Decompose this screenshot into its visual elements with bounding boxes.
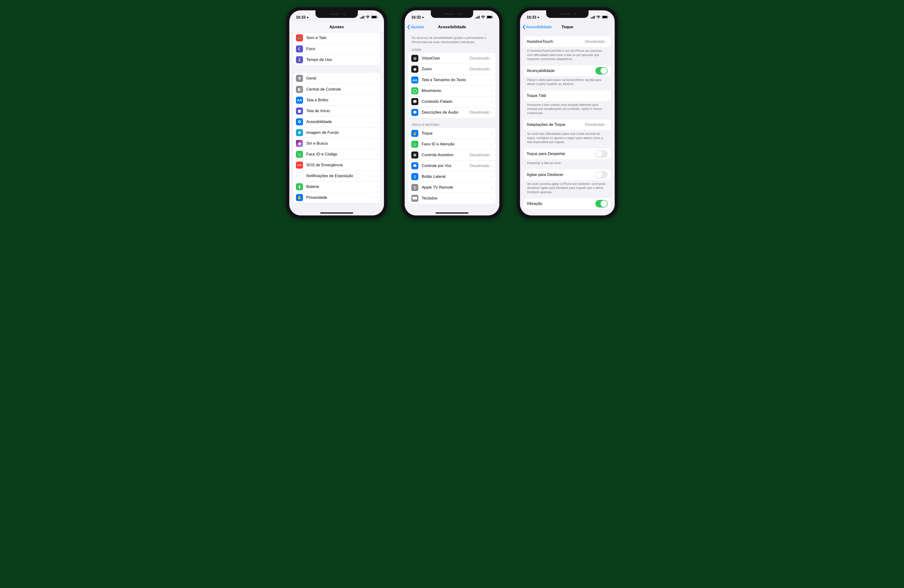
back-button[interactable]: Acessibilidade [522,25,552,29]
status-time: 16:33 [296,15,305,19]
back-button[interactable]: Ajustes [407,25,424,29]
chevron-right-icon: › [491,56,492,61]
phone-accessibility: 16:33 ➤ Ajustes Acessibilidade Os recurs… [401,7,503,219]
chevron-right-icon: › [376,163,377,167]
row-voiceover[interactable]: ◎VoiceOverDesativado› [408,53,496,64]
row-label: Controle por Voz [422,164,469,168]
row-central-de-controle[interactable]: ◧Central de Controle› [293,84,380,95]
row-controle-por-voz[interactable]: 💬Controle por VozDesativado› [408,161,496,171]
row-zoom[interactable]: ◉ZoomDesativado› [408,64,496,74]
chevron-right-icon: › [491,142,492,147]
row-tela-de-in-cio[interactable]: ▦Tela de Início› [293,106,380,116]
chevron-right-icon: › [376,47,377,51]
row-face-id-e-aten-o[interactable]: ☺Face ID e Atenção› [408,139,496,150]
row-touch-accommodations[interactable]: Adaptações de Toque Desativado › [524,119,611,130]
tapwake-toggle[interactable] [595,150,608,158]
row-siri-e-busca[interactable]: ◉Siri e Busca› [293,138,380,149]
row-movimento[interactable]: ◯Movimento› [408,85,496,96]
row-foco[interactable]: ☾Foco› [293,43,380,54]
row-imagem-de-fundo[interactable]: ❀Imagem de Fundo› [293,127,380,138]
vibration-toggle[interactable] [595,200,608,207]
row-label: Notificações de Exposição [306,173,376,178]
chevron-left-icon [522,25,525,29]
row-label: Descrições de Áudio [422,110,469,115]
row-assistivetouch[interactable]: AssistiveTouch Desativado › [524,36,611,47]
shake-toggle[interactable] [595,171,608,178]
row-label: Tela e Tamanho do Texto [422,77,491,82]
chevron-right-icon: › [491,174,492,179]
svg-rect-5 [372,16,376,18]
chevron-right-icon: › [376,184,377,189]
sidebutton-icon: ▯ [411,173,418,180]
notch [431,10,473,18]
reachability-label: Alcançabilidade [526,68,595,73]
row-bot-o-lateral[interactable]: ▯Botão Lateral› [408,171,496,182]
focus-icon: ☾ [296,46,303,52]
row-som-e-tato[interactable]: 🔊Som e Tato› [293,33,380,43]
row-geral[interactable]: ⚙Geral› [293,73,380,84]
row-tela-e-brilho[interactable]: AATela e Brilho› [293,95,380,106]
back-label: Acessibilidade [526,25,552,29]
row-label: Zoom [422,67,469,71]
display-icon: AA [296,97,303,104]
row-notifica-es-de-exposi-o[interactable]: ❂Notificações de Exposição› [293,170,380,181]
row-toque[interactable]: ☝Toque› [408,128,496,139]
row-descri-es-de-udio[interactable]: 💬Descrições de ÁudioDesativado› [408,107,496,118]
phone-touch: 16:33 ➤ Acessibilidade Toque AssistiveTo… [517,7,618,219]
page-title: Toque [561,25,573,29]
row-shake-undo[interactable]: Agitar para Desfazer [524,169,611,180]
home-indicator[interactable] [320,212,353,214]
row-sos-de-emerg-ncia[interactable]: SOSSOS de Emergência› [293,159,380,170]
shake-label: Agitar para Desfazer [526,172,595,177]
status-time: 16:33 [411,15,421,19]
row-bateria[interactable]: ▮Bateria› [293,181,380,192]
row-value: Desativado [469,110,490,115]
location-icon: ➤ [422,16,424,19]
row-tela-e-tamanho-do-texto[interactable]: AATela e Tamanho do Texto› [408,74,496,85]
wifi-icon [596,15,601,19]
row-value: Desativado [469,67,490,71]
assistivetouch-label: AssistiveTouch [526,39,585,44]
svg-rect-0 [360,17,361,19]
back-label: Ajustes [411,25,424,29]
privacy-icon: ✋ [296,194,303,201]
row-apple-tv-remote[interactable]: ▯Apple TV Remote› [408,182,496,193]
row-teclados[interactable]: ⌨Teclados› [408,193,496,204]
shake-footer: Se você costuma agitar o iPhone por acid… [524,180,611,195]
home-indicator[interactable] [436,212,468,214]
atvremote-icon: ▯ [411,184,418,191]
row-acessibilidade[interactable]: ✪Acessibilidade› [293,116,380,127]
wifi-icon [481,15,485,19]
accessibility-icon: ✪ [296,118,303,125]
row-tempo-de-uso[interactable]: ⌛Tempo de Uso› [293,54,380,65]
signal-icon [360,15,364,19]
row-conte-do-falado[interactable]: 💬Conteúdo Falado› [408,96,496,107]
tapwake-footer: Despertar a tela ao tocar. [524,159,611,166]
row-controle-assistivo[interactable]: ⊞Controle AssistivoDesativado› [408,150,496,161]
accom-label: Adaptações de Toque [526,122,585,127]
row-reachability[interactable]: Alcançabilidade [524,65,611,76]
row-label: Geral [306,76,376,81]
homescreen-icon: ▦ [296,107,303,115]
row-haptic-touch[interactable]: Toque Tátil › [524,90,611,101]
row-face-id-e-c-digo[interactable]: ☺Face ID e Código› [293,149,380,159]
reachability-toggle[interactable] [595,67,608,74]
row-vibration[interactable]: Vibração [524,198,611,209]
battery-icon: ▮ [296,183,303,190]
row-label: Conteúdo Falado [422,99,491,104]
chevron-right-icon: › [491,110,492,115]
svg-rect-7 [475,17,476,19]
notch [546,10,588,18]
battery-icon [602,15,608,19]
row-privacidade[interactable]: ✋Privacidade› [293,192,380,203]
chevron-right-icon: › [376,109,377,114]
chevron-right-icon: › [491,131,492,136]
assistivetouch-footer: O AssistiveTouch permite o uso do iPhone… [524,47,611,61]
row-label: Tela de Início [306,109,376,114]
row-label: Tela e Brilho [306,98,376,102]
row-tap-to-wake[interactable]: Toque para Despertar [524,148,611,159]
switchcontrol-icon: ⊞ [411,151,418,159]
navbar: Acessibilidade Toque [520,22,615,33]
row-value: Desativado [469,153,490,158]
row-label: Central de Controle [306,87,376,92]
